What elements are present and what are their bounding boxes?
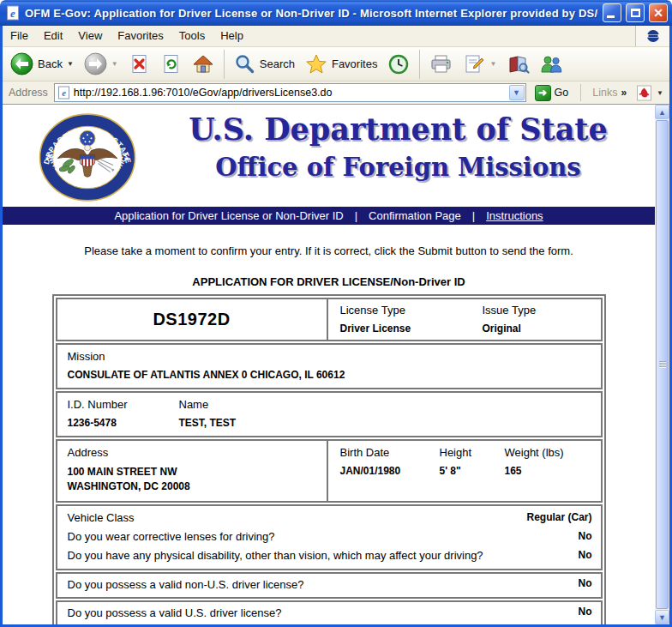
back-icon <box>10 52 33 75</box>
browser-window: e OFM E-Gov: Application for Driver Lice… <box>0 0 672 627</box>
address-dropdown-icon[interactable]: ▼ <box>509 85 525 100</box>
mission-label: Mission <box>68 350 591 363</box>
refresh-icon <box>160 53 182 75</box>
svg-text:★: ★ <box>45 155 50 161</box>
go-button[interactable]: ➜ Go <box>531 84 573 102</box>
close-button[interactable]: ✕ <box>649 3 668 22</box>
go-label: Go <box>555 87 569 99</box>
name-value: TEST, TEST <box>179 417 591 429</box>
svg-text:e: e <box>10 7 15 20</box>
search-label: Search <box>260 57 295 70</box>
forward-button[interactable]: ▼ <box>80 51 123 77</box>
adobe-dropdown-icon[interactable]: ▼ <box>657 89 663 97</box>
edit-dropdown-icon[interactable]: ▼ <box>489 60 496 68</box>
mission-value: CONSULATE OF ATLANTIS ANNEX 0 CHICAGO, I… <box>68 369 591 381</box>
forward-dropdown-icon[interactable]: ▼ <box>111 60 118 68</box>
back-button[interactable]: Back ▼ <box>6 51 78 77</box>
scroll-up-button[interactable]: ▲ <box>655 105 669 119</box>
nav-separator: | <box>472 209 475 222</box>
address-cell: Address 100 MAIN STREET NW WASHINGTON, D… <box>57 441 327 501</box>
maximize-button[interactable] <box>626 3 645 22</box>
refresh-button[interactable] <box>156 51 186 77</box>
menu-favorites[interactable]: Favorites <box>110 26 171 46</box>
application-table: DS1972D License Type Issue Type Driver L… <box>52 294 606 624</box>
back-dropdown-icon[interactable]: ▼ <box>67 60 74 68</box>
print-icon <box>429 53 453 75</box>
menu-view[interactable]: View <box>70 26 110 46</box>
history-button[interactable] <box>383 51 414 77</box>
form-number: DS1972D <box>153 310 230 329</box>
adobe-pdf-button[interactable]: ▼ <box>634 84 665 102</box>
license-type-value: Driver License <box>340 323 483 335</box>
page-favicon: e <box>57 86 70 99</box>
page-nav-bar: Application for Driver License or Non-Dr… <box>3 207 655 225</box>
question-non-us-license: Do you possess a valid non-U.S. driver l… <box>68 577 304 593</box>
office-subtitle: Office of Foreign Missions <box>147 153 650 182</box>
stop-button[interactable] <box>124 51 154 77</box>
table-row-us-license: Do you possess a valid U.S. driver licen… <box>56 600 603 624</box>
table-row-id-name: I.D. Number Name 1236-5478 TEST, TEST <box>56 391 603 437</box>
header-titles: U.S. Department of State Office of Forei… <box>147 112 650 182</box>
window-frame: File Edit View Favorites Tools Help <box>0 26 672 627</box>
toolbar-separator <box>224 50 225 79</box>
svg-text:e: e <box>62 88 66 98</box>
nav-application-label: Application for Driver License or Non-Dr… <box>114 209 343 222</box>
address-line1: 100 MAIN STREET NW <box>68 465 316 479</box>
nav-separator: | <box>355 209 357 222</box>
table-row-address: Address 100 MAIN STREET NW WASHINGTON, D… <box>56 439 603 503</box>
messenger-icon <box>540 53 563 75</box>
web-page: DEPARTMENT OF STATE UNITED STATES OF AME… <box>3 105 655 624</box>
page-header: DEPARTMENT OF STATE UNITED STATES OF AME… <box>3 105 655 207</box>
research-book-icon <box>507 53 530 75</box>
minimize-button[interactable] <box>603 3 621 22</box>
links-chevron-icon: » <box>621 87 627 99</box>
birth-date-label: Birth Date <box>340 446 440 459</box>
messenger-button[interactable] <box>536 51 567 77</box>
edit-page-button[interactable]: ▼ <box>459 51 501 77</box>
research-button[interactable] <box>502 51 534 77</box>
search-icon <box>234 53 255 75</box>
menu-help[interactable]: Help <box>213 26 251 46</box>
search-button[interactable]: Search <box>230 51 299 76</box>
table-row-vehicle-class: Vehicle Class Regular (Car) Do you wear … <box>56 504 603 570</box>
weight-value: 165 <box>505 465 597 477</box>
links-label: Links <box>592 87 617 99</box>
address-bar: Address e http://192.168.1.96:7010/eGov/… <box>3 81 669 105</box>
stop-icon <box>129 53 150 75</box>
minimize-icon <box>607 15 615 18</box>
weight-label: Weight (lbs) <box>505 446 597 459</box>
department-title: U.S. Department of State <box>147 112 650 147</box>
home-button[interactable] <box>188 51 219 77</box>
scroll-down-button[interactable]: ▼ <box>655 610 669 624</box>
back-label: Back <box>38 57 63 70</box>
content-area: DEPARTMENT OF STATE UNITED STATES OF AME… <box>3 105 669 624</box>
birth-date-value: JAN/01/1980 <box>340 465 440 477</box>
menu-file[interactable]: File <box>3 26 36 46</box>
svg-text:★: ★ <box>124 155 129 161</box>
close-icon: ✕ <box>653 7 663 19</box>
nav-instructions-link[interactable]: Instructions <box>486 209 543 222</box>
menu-edit[interactable]: Edit <box>36 26 70 46</box>
answer-non-us-license: No <box>579 577 592 589</box>
forward-icon <box>84 52 107 75</box>
license-issue-cell: License Type Issue Type Driver License O… <box>327 299 601 340</box>
vehicle-class-value: Regular (Car) <box>526 509 591 526</box>
favorites-button[interactable]: Favorites <box>301 51 381 76</box>
address-input[interactable]: e http://192.168.1.96:7010/eGov/app/driv… <box>54 83 526 102</box>
vertical-scrollbar[interactable]: ▲ ▼ <box>655 105 669 624</box>
home-icon <box>192 53 214 75</box>
browser-toolbar: Back ▼ ▼ <box>3 47 669 81</box>
print-button[interactable] <box>425 51 457 77</box>
form-number-cell: DS1972D <box>57 299 327 340</box>
question-us-license: Do you possess a valid U.S. driver licen… <box>68 606 282 621</box>
addressbar-separator <box>580 84 581 101</box>
address-label: Address <box>7 87 50 99</box>
throbber-box <box>635 26 669 46</box>
scrollbar-thumb[interactable] <box>656 120 669 609</box>
question-corrective-lenses: Do you wear corrective lenses for drivin… <box>68 528 275 545</box>
issue-type-value: Original <box>483 323 597 335</box>
throbber-icon <box>645 28 661 44</box>
menu-tools[interactable]: Tools <box>171 26 213 46</box>
links-button[interactable]: Links » <box>589 87 630 99</box>
address-line2: WASHINGTON, DC 20008 <box>68 479 316 494</box>
